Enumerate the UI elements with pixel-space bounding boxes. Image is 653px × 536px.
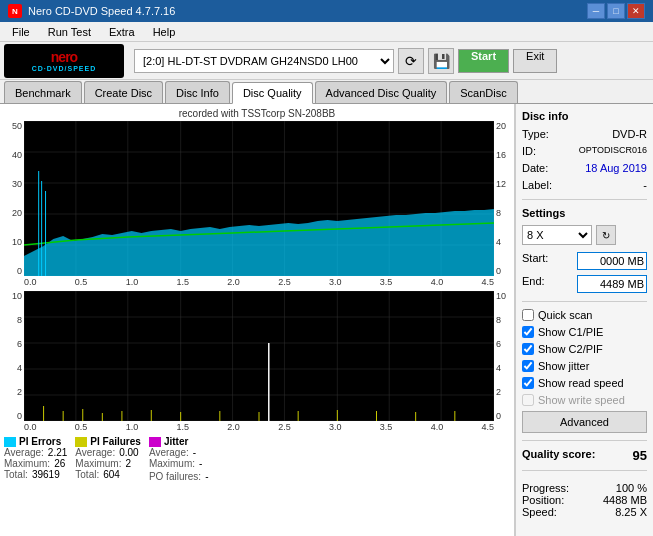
exit-button[interactable]: Exit [513,49,557,73]
quality-score-label: Quality score: [522,448,595,463]
save-button[interactable]: 💾 [428,48,454,74]
bottom-chart-y-axis-left: 10 8 6 4 2 0 [4,291,24,421]
top-chart-y-axis-right: 20 16 12 8 4 0 [494,121,510,276]
disc-type-label: Type: [522,128,549,140]
progress-section: Progress: 100 % Position: 4488 MB Speed:… [522,482,647,518]
menu-bar: File Run Test Extra Help [0,22,653,42]
menu-file[interactable]: File [4,23,38,41]
disc-label-value: - [643,179,647,191]
pi-errors-label: PI Errors [19,436,61,447]
disc-id-value: OPTODISCR016 [579,145,647,157]
advanced-button[interactable]: Advanced [522,411,647,433]
settings-refresh-button[interactable]: ↻ [596,225,616,245]
divider-4 [522,470,647,471]
disc-id-row: ID: OPTODISCR016 [522,145,647,157]
show-jitter-row: Show jitter [522,360,647,372]
pi-failures-average: 0.00 [119,447,138,458]
start-button[interactable]: Start [458,49,509,73]
divider-2 [522,301,647,302]
pi-errors-maximum: 26 [54,458,65,469]
side-panel: Disc info Type: DVD-R ID: OPTODISCR016 D… [515,104,653,536]
refresh-button[interactable]: ⟳ [398,48,424,74]
speed-row: Speed: 8.25 X [522,506,647,518]
top-chart-x-axis: 0.0 0.5 1.0 1.5 2.0 2.5 3.0 3.5 4.0 4.5 [24,277,494,287]
divider-1 [522,199,647,200]
position-value: 4488 MB [603,494,647,506]
pi-errors-color [4,437,16,447]
show-c2pif-label: Show C2/PIF [538,343,603,355]
disc-type-value: DVD-R [612,128,647,140]
show-jitter-checkbox[interactable] [522,360,534,372]
toolbar: nero CD·DVD/SPEED [2:0] HL-DT-ST DVDRAM … [0,42,653,80]
settings-title: Settings [522,207,647,219]
jitter-maximum: - [199,458,202,469]
app-icon: N [8,4,22,18]
pi-failures-color [75,437,87,447]
show-write-speed-checkbox [522,394,534,406]
menu-run-test[interactable]: Run Test [40,23,99,41]
divider-3 [522,440,647,441]
pi-failures-maximum: 2 [125,458,131,469]
show-read-speed-label: Show read speed [538,377,624,389]
disc-date-label: Date: [522,162,548,174]
quick-scan-checkbox[interactable] [522,309,534,321]
quality-score-row: Quality score: 95 [522,448,647,463]
jitter-label: Jitter [164,436,188,447]
drive-select[interactable]: [2:0] HL-DT-ST DVDRAM GH24NSD0 LH00 [134,49,394,73]
tab-scan-disc[interactable]: ScanDisc [449,81,517,103]
pi-errors-average: 2.21 [48,447,67,458]
quick-scan-row: Quick scan [522,309,647,321]
tab-disc-quality[interactable]: Disc Quality [232,82,313,104]
close-button[interactable]: ✕ [627,3,645,19]
quality-score-value: 95 [633,448,647,463]
svg-rect-21 [24,291,494,421]
start-mb-row: Start: [522,252,647,270]
disc-id-label: ID: [522,145,536,157]
menu-help[interactable]: Help [145,23,184,41]
po-failures-label: PO failures: [149,471,201,482]
tab-benchmark[interactable]: Benchmark [4,81,82,103]
tab-create-disc[interactable]: Create Disc [84,81,163,103]
disc-label-label: Label: [522,179,552,191]
start-mb-label: Start: [522,252,548,270]
tab-disc-info[interactable]: Disc Info [165,81,230,103]
end-mb-input[interactable] [577,275,647,293]
show-jitter-label: Show jitter [538,360,589,372]
show-write-speed-label: Show write speed [538,394,625,406]
pi-failures-label: PI Failures [90,436,141,447]
speed-label: Speed: [522,506,557,518]
chart-area: recorded with TSSTcorp SN-208BB 50 40 30… [0,104,515,536]
bottom-chart-svg [24,291,494,421]
title-bar: N Nero CD-DVD Speed 4.7.7.16 ─ □ ✕ [0,0,653,22]
speed-setting-row: 8 X ↻ [522,225,647,245]
minimize-button[interactable]: ─ [587,3,605,19]
pi-errors-total: 39619 [32,469,60,480]
end-mb-row: End: [522,275,647,293]
show-c1pie-checkbox[interactable] [522,326,534,338]
top-chart-wrapper: 50 40 30 20 10 0 [4,121,510,276]
main-content: recorded with TSSTcorp SN-208BB 50 40 30… [0,104,653,536]
show-read-speed-checkbox[interactable] [522,377,534,389]
bottom-chart-y-axis-right: 10 8 6 4 2 0 [494,291,510,421]
jitter-average: - [193,447,196,458]
speed-select[interactable]: 8 X [522,225,592,245]
show-c1pie-label: Show C1/PIE [538,326,603,338]
maximize-button[interactable]: □ [607,3,625,19]
disc-info-title: Disc info [522,110,647,122]
jitter-stats: Jitter Average: - Maximum: - PO failures… [149,436,209,482]
pi-errors-stats: PI Errors Average: 2.21 Maximum: 26 Tota… [4,436,67,482]
disc-type-row: Type: DVD-R [522,128,647,140]
chart-title: recorded with TSSTcorp SN-208BB [4,108,510,119]
show-write-speed-row: Show write speed [522,394,647,406]
show-c2pif-checkbox[interactable] [522,343,534,355]
position-label: Position: [522,494,564,506]
tab-bar: Benchmark Create Disc Disc Info Disc Qua… [0,80,653,104]
menu-extra[interactable]: Extra [101,23,143,41]
top-chart-y-axis-left: 50 40 30 20 10 0 [4,121,24,276]
jitter-color [149,437,161,447]
pi-failures-stats: PI Failures Average: 0.00 Maximum: 2 Tot… [75,436,141,482]
tab-advanced-disc-quality[interactable]: Advanced Disc Quality [315,81,448,103]
disc-label-row: Label: - [522,179,647,191]
start-mb-input[interactable] [577,252,647,270]
position-row: Position: 4488 MB [522,494,647,506]
